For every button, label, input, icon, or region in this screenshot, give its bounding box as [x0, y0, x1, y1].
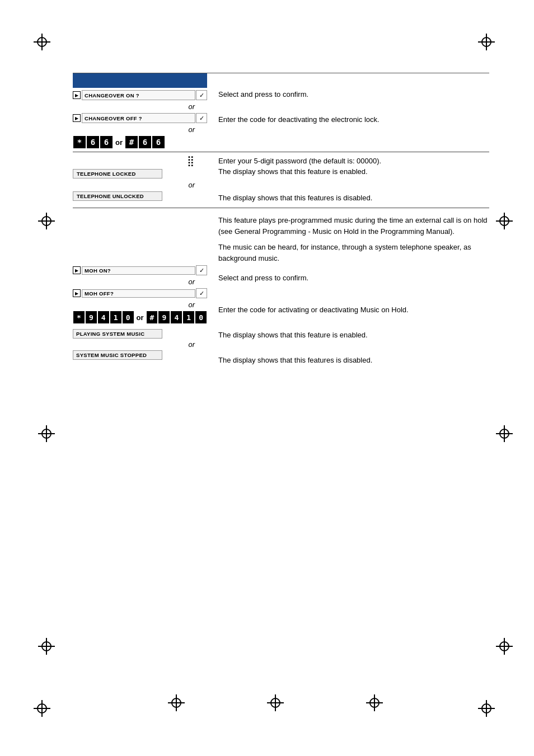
- moh-code-hash: #: [147, 311, 158, 323]
- code-6-3: 6: [139, 136, 151, 148]
- moh-on-check: ✓: [196, 265, 207, 275]
- moh-off-display: MOH OFF?: [82, 289, 195, 298]
- or-text-4: or: [73, 278, 207, 286]
- or-text-2: or: [73, 125, 207, 134]
- moh-code-1: 1: [110, 311, 121, 323]
- arrow-icon-4: ▶: [73, 289, 81, 297]
- moh-desc1: This feature plays pre-programmed music …: [218, 215, 489, 237]
- changeover-off-check: ✓: [196, 113, 207, 123]
- moh-desc2: The music can be heard, for instance, th…: [218, 242, 489, 264]
- moh-code-4: 4: [98, 311, 109, 323]
- feature-enabled-text: The display shows that this feature is e…: [218, 167, 489, 176]
- moh-code-9: 9: [86, 311, 97, 323]
- or-text-5: or: [73, 300, 207, 309]
- moh-playing-text: The display shows that this feature is e…: [218, 331, 489, 339]
- changeover-on-row: ▶ CHANGEOVER ON ? ✓: [73, 90, 207, 100]
- or-text-3: or: [73, 181, 207, 189]
- moh-code-9b: 9: [158, 311, 170, 323]
- moh-select-text: Select and press to confirm.: [218, 274, 489, 282]
- arrow-icon-3: ▶: [73, 266, 81, 274]
- moh-code-1b: 1: [183, 311, 194, 323]
- or-text-1: or: [73, 102, 207, 111]
- code-6-2: 6: [100, 136, 113, 148]
- moh-code-row: * 9 4 1 0 or # 9 4 1 0: [73, 311, 207, 323]
- system-music-stopped-row: SYSTEM MUSIC STOPPED: [73, 350, 207, 360]
- enter-code-text: Enter the code for deactivating the elec…: [218, 115, 489, 124]
- arrow-icon-2: ▶: [73, 114, 81, 122]
- code-star: *: [73, 136, 86, 148]
- changeover-on-check: ✓: [196, 90, 207, 100]
- changeover-on-display: CHANGEOVER ON ?: [82, 90, 195, 100]
- telephone-unlocked-row: TELEPHONE UNLOCKED: [73, 191, 207, 201]
- changeover-off-display: CHANGEOVER OFF ?: [82, 113, 195, 123]
- password-text: Enter your 5-digit password (the default…: [218, 157, 489, 165]
- moh-code-0b: 0: [195, 311, 207, 323]
- playing-music-display: PLAYING SYSTEM MUSIC: [73, 329, 162, 339]
- moh-off-row: ▶ MOH OFF? ✓: [73, 288, 207, 298]
- code-row-1: * 6 6 or # 6 6: [73, 136, 207, 148]
- system-music-stopped-display: SYSTEM MUSIC STOPPED: [73, 350, 162, 360]
- moh-code-or: or: [137, 313, 144, 322]
- or-text-6: or: [73, 340, 207, 349]
- telephone-unlocked-display: TELEPHONE UNLOCKED: [73, 191, 162, 201]
- code-hash: #: [125, 136, 138, 148]
- moh-code-star: *: [73, 311, 85, 323]
- playing-music-row: PLAYING SYSTEM MUSIC: [73, 329, 207, 339]
- select-confirm-text: Select and press to confirm.: [218, 90, 489, 98]
- telephone-locked-display: TELEPHONE LOCKED: [73, 169, 162, 179]
- changeover-off-row: ▶ CHANGEOVER OFF ? ✓: [73, 113, 207, 123]
- moh-code-0: 0: [123, 311, 134, 323]
- moh-on-display: MOH ON?: [82, 266, 195, 275]
- moh-stopped-text: The display shows that this features is …: [218, 356, 489, 364]
- feature-disabled-text: The display shows that this features is …: [218, 194, 489, 202]
- keypad-icon: ⣿: [73, 154, 207, 167]
- moh-on-row: ▶ MOH ON? ✓: [73, 265, 207, 275]
- arrow-icon: ▶: [73, 91, 81, 99]
- code-6-1: 6: [87, 136, 99, 148]
- blue-header-bar: [73, 73, 207, 88]
- moh-off-check: ✓: [196, 288, 207, 298]
- telephone-locked-row: TELEPHONE LOCKED: [73, 169, 207, 179]
- moh-code-4b: 4: [171, 311, 182, 323]
- moh-code-text: Enter the code for activating or deactiv…: [218, 304, 489, 316]
- code-or-text: or: [115, 138, 123, 147]
- code-6-4: 6: [152, 136, 165, 148]
